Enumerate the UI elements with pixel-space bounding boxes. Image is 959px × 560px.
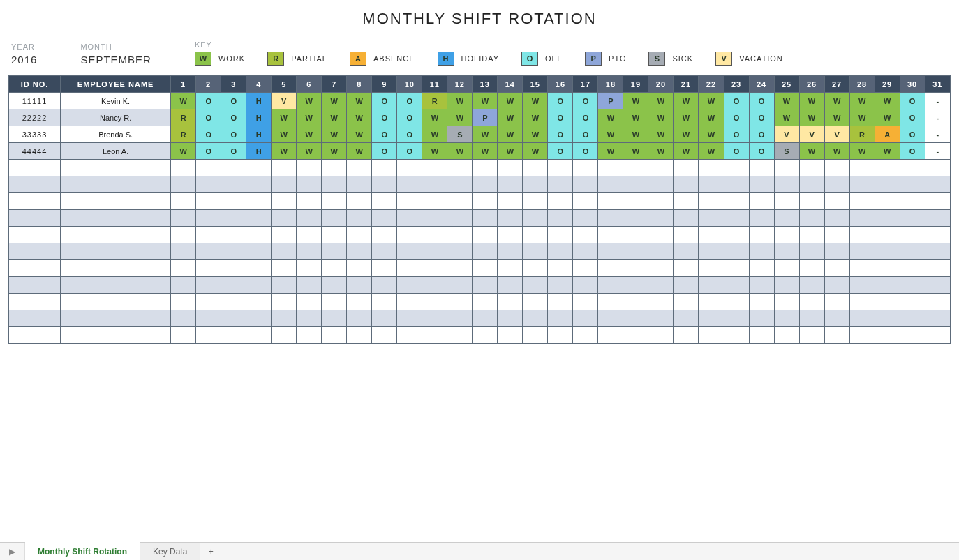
cell-shift[interactable] — [322, 327, 347, 344]
cell-shift[interactable] — [196, 294, 221, 310]
cell-shift[interactable] — [875, 310, 900, 327]
cell-shift[interactable] — [699, 294, 724, 310]
cell-id[interactable] — [9, 277, 61, 294]
cell-shift[interactable] — [623, 310, 648, 327]
cell-shift[interactable] — [875, 294, 900, 310]
cell-shift[interactable]: W — [322, 93, 347, 109]
cell-shift[interactable] — [699, 160, 724, 176]
cell-shift[interactable]: W — [347, 93, 372, 109]
cell-shift[interactable] — [397, 277, 422, 294]
cell-shift[interactable] — [498, 327, 523, 344]
cell-shift[interactable]: O — [221, 93, 246, 109]
cell-shift[interactable]: O — [372, 93, 397, 109]
cell-shift[interactable]: O — [573, 143, 598, 160]
cell-id[interactable]: 11111 — [9, 93, 61, 109]
cell-shift[interactable] — [523, 160, 548, 176]
cell-shift[interactable]: W — [875, 93, 900, 109]
cell-shift[interactable]: O — [548, 126, 573, 143]
cell-shift[interactable] — [196, 277, 221, 294]
cell-shift[interactable] — [598, 193, 623, 210]
cell-shift[interactable] — [221, 310, 246, 327]
cell-shift[interactable] — [648, 327, 674, 344]
cell-shift[interactable] — [799, 294, 824, 310]
cell-shift[interactable] — [598, 160, 623, 176]
cell-shift[interactable]: W — [824, 143, 849, 160]
cell-shift[interactable] — [272, 210, 297, 227]
tab-monthly-shift-rotation[interactable]: Monthly Shift Rotation — [25, 542, 140, 560]
cell-shift[interactable] — [221, 227, 246, 243]
cell-shift[interactable] — [749, 260, 774, 277]
cell-shift[interactable] — [322, 277, 347, 294]
cell-shift[interactable]: W — [849, 93, 875, 109]
cell-shift[interactable]: W — [674, 109, 699, 126]
cell-shift[interactable] — [799, 243, 824, 260]
cell-shift[interactable]: W — [523, 93, 548, 109]
cell-shift[interactable]: W — [272, 126, 297, 143]
cell-shift[interactable]: O — [900, 126, 925, 143]
cell-shift[interactable] — [799, 310, 824, 327]
cell-shift[interactable] — [623, 277, 648, 294]
cell-shift[interactable] — [171, 160, 196, 176]
cell-shift[interactable]: O — [372, 143, 397, 160]
cell-shift[interactable] — [322, 260, 347, 277]
cell-shift[interactable] — [347, 243, 372, 260]
cell-shift[interactable] — [272, 294, 297, 310]
cell-shift[interactable] — [674, 294, 699, 310]
cell-shift[interactable] — [824, 277, 849, 294]
cell-shift[interactable] — [372, 176, 397, 193]
cell-id[interactable] — [9, 260, 61, 277]
cell-shift[interactable] — [347, 294, 372, 310]
cell-shift[interactable] — [196, 310, 221, 327]
cell-shift[interactable]: H — [246, 143, 272, 160]
cell-shift[interactable] — [221, 327, 246, 344]
cell-shift[interactable] — [875, 260, 900, 277]
cell-shift[interactable] — [422, 294, 447, 310]
cell-shift[interactable]: W — [875, 109, 900, 126]
cell-shift[interactable] — [724, 176, 749, 193]
cell-shift[interactable]: W — [648, 93, 674, 109]
cell-shift[interactable]: W — [674, 126, 699, 143]
cell-shift[interactable] — [246, 160, 272, 176]
cell-shift[interactable] — [196, 160, 221, 176]
cell-shift[interactable]: W — [322, 143, 347, 160]
cell-shift[interactable]: W — [623, 93, 648, 109]
cell-shift[interactable] — [347, 227, 372, 243]
cell-shift[interactable]: W — [347, 126, 372, 143]
cell-shift[interactable] — [523, 327, 548, 344]
cell-shift[interactable] — [447, 210, 473, 227]
cell-shift[interactable] — [674, 243, 699, 260]
cell-shift[interactable] — [297, 310, 322, 327]
cell-shift[interactable] — [824, 193, 849, 210]
cell-shift[interactable] — [849, 243, 875, 260]
cell-shift[interactable] — [573, 176, 598, 193]
cell-shift[interactable] — [397, 160, 422, 176]
cell-shift[interactable] — [372, 210, 397, 227]
cell-shift[interactable] — [523, 260, 548, 277]
cell-shift[interactable]: W — [422, 143, 447, 160]
cell-shift[interactable] — [648, 260, 674, 277]
cell-shift[interactable] — [925, 277, 950, 294]
cell-id[interactable]: 33333 — [9, 126, 61, 143]
tab-add[interactable]: + — [200, 543, 221, 560]
cell-shift[interactable] — [447, 193, 473, 210]
cell-shift[interactable] — [272, 243, 297, 260]
cell-id[interactable] — [9, 294, 61, 310]
cell-shift[interactable] — [548, 193, 573, 210]
cell-shift[interactable] — [372, 160, 397, 176]
cell-shift[interactable] — [347, 260, 372, 277]
cell-shift[interactable] — [422, 176, 447, 193]
cell-shift[interactable] — [774, 260, 799, 277]
cell-shift[interactable] — [548, 243, 573, 260]
cell-shift[interactable] — [447, 260, 473, 277]
cell-shift[interactable] — [699, 277, 724, 294]
cell-shift[interactable]: O — [372, 126, 397, 143]
cell-shift[interactable] — [774, 210, 799, 227]
cell-shift[interactable] — [372, 243, 397, 260]
cell-shift[interactable]: O — [548, 143, 573, 160]
cell-shift[interactable]: V — [272, 93, 297, 109]
cell-name[interactable] — [61, 294, 171, 310]
cell-shift[interactable] — [548, 227, 573, 243]
cell-shift[interactable] — [171, 243, 196, 260]
cell-shift[interactable] — [598, 176, 623, 193]
cell-shift[interactable] — [498, 210, 523, 227]
